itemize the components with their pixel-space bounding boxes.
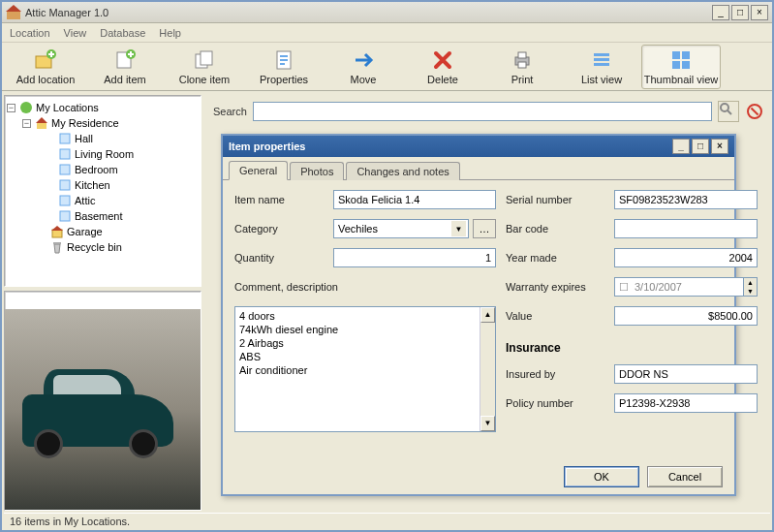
tree-room-hall[interactable]: Hall — [7, 131, 199, 146]
svg-marker-24 — [36, 117, 47, 123]
warranty-checkbox[interactable]: ☐ — [615, 281, 633, 294]
garage-icon — [50, 225, 64, 238]
scroll-up-icon[interactable]: ▲ — [480, 307, 495, 323]
collapse-icon[interactable]: − — [7, 104, 15, 112]
svg-rect-33 — [53, 242, 61, 244]
category-select[interactable]: Vechiles ▼ — [333, 219, 469, 238]
svg-rect-13 — [518, 52, 526, 58]
tree-garage[interactable]: Garage — [7, 224, 199, 239]
serial-field[interactable] — [614, 190, 758, 209]
comment-textarea[interactable]: 4 doors 74kWh diesel engine 2 Airbags AB… — [234, 306, 496, 432]
svg-rect-27 — [60, 165, 70, 174]
dialog-close-button[interactable]: × — [711, 139, 728, 154]
menu-view[interactable]: View — [64, 27, 87, 39]
menu-location[interactable]: Location — [10, 27, 50, 39]
svg-marker-1 — [6, 5, 21, 12]
dialog-tabs: General Photos Changes and notes — [223, 157, 734, 180]
tab-photos[interactable]: Photos — [290, 162, 344, 180]
tab-changes[interactable]: Changes and notes — [346, 162, 459, 180]
search-input[interactable] — [253, 102, 712, 121]
category-label: Category — [234, 223, 324, 235]
warranty-date-field[interactable]: ☐ 3/10/2007 ▲▼ — [614, 277, 758, 297]
svg-rect-18 — [672, 51, 680, 59]
insured-by-field[interactable] — [614, 364, 758, 384]
location-tree[interactable]: − My Locations − My Residence Hall Livin… — [4, 95, 201, 287]
tree-residence[interactable]: − My Residence — [7, 115, 199, 131]
barcode-field[interactable] — [614, 219, 758, 238]
print-button[interactable]: Print — [482, 45, 562, 89]
tree-room-basement[interactable]: Basement — [7, 208, 199, 224]
properties-button[interactable]: Properties — [244, 45, 324, 89]
dialog-maximize-button[interactable]: □ — [692, 139, 709, 154]
delete-icon — [431, 48, 454, 72]
value-label: Value — [506, 310, 604, 322]
comment-scrollbar[interactable]: ▲ ▼ — [480, 307, 495, 431]
value-field[interactable] — [614, 306, 758, 326]
cancel-button[interactable]: Cancel — [647, 466, 723, 487]
svg-rect-11 — [280, 63, 285, 65]
policy-field[interactable] — [614, 393, 758, 413]
collapse-icon[interactable]: − — [22, 119, 31, 128]
magnifier-icon — [719, 102, 732, 115]
list-view-button[interactable]: List view — [562, 45, 641, 89]
svg-rect-30 — [60, 211, 70, 221]
comment-label: Comment, description — [234, 281, 496, 293]
tree-recycle[interactable]: Recycle bin — [7, 239, 199, 255]
tree-room-bedroom[interactable]: Bedroom — [7, 162, 199, 177]
svg-line-37 — [751, 108, 758, 114]
dialog-titlebar[interactable]: Item properties _ □ × — [223, 136, 734, 157]
svg-marker-32 — [51, 226, 63, 231]
move-button[interactable]: Move — [324, 45, 403, 89]
status-bar: 16 items in My Locations. — [4, 513, 770, 530]
close-button[interactable]: × — [751, 5, 768, 20]
svg-rect-19 — [682, 51, 690, 59]
category-more-button[interactable]: … — [473, 219, 496, 238]
room-icon — [58, 132, 72, 145]
dialog-minimize-button[interactable]: _ — [672, 139, 690, 154]
svg-point-34 — [721, 104, 728, 111]
serial-label: Serial number — [506, 194, 604, 205]
svg-rect-28 — [60, 180, 70, 190]
tree-room-attic[interactable]: Attic — [7, 193, 199, 208]
svg-rect-14 — [518, 62, 526, 68]
svg-rect-10 — [280, 59, 288, 61]
app-icon — [6, 5, 21, 20]
scroll-down-icon[interactable]: ▼ — [480, 416, 495, 431]
tree-room-kitchen[interactable]: Kitchen — [7, 177, 199, 193]
tree-room-living[interactable]: Living Room — [7, 146, 199, 162]
svg-rect-17 — [594, 63, 609, 66]
svg-rect-20 — [672, 61, 680, 69]
svg-rect-26 — [60, 149, 70, 159]
add-location-icon — [34, 48, 57, 72]
tab-general[interactable]: General — [229, 161, 288, 180]
maximize-button[interactable]: □ — [731, 5, 749, 20]
search-clear-button[interactable] — [745, 102, 764, 121]
year-field[interactable] — [614, 248, 758, 267]
item-name-field[interactable] — [333, 190, 496, 209]
menu-bar: Location View Database Help — [2, 23, 772, 43]
ok-button[interactable]: OK — [564, 466, 639, 487]
warranty-label: Warranty expires — [506, 281, 604, 293]
room-icon — [58, 163, 72, 176]
properties-icon — [272, 48, 295, 72]
list-view-icon — [590, 48, 613, 72]
clone-item-icon — [193, 48, 216, 72]
menu-database[interactable]: Database — [100, 27, 145, 39]
quantity-field[interactable] — [333, 248, 496, 267]
svg-rect-15 — [594, 53, 609, 56]
svg-rect-16 — [594, 58, 609, 61]
svg-rect-23 — [37, 122, 46, 129]
search-go-button[interactable] — [718, 101, 739, 122]
menu-help[interactable]: Help — [159, 27, 181, 39]
svg-rect-7 — [201, 51, 212, 65]
svg-rect-31 — [52, 230, 62, 237]
add-location-button[interactable]: Add location — [6, 45, 85, 89]
warranty-spin[interactable]: ▲▼ — [743, 278, 757, 296]
cancel-icon — [747, 104, 762, 119]
add-item-button[interactable]: Add item — [85, 45, 165, 89]
delete-button[interactable]: Delete — [403, 45, 482, 89]
tree-root[interactable]: − My Locations — [7, 100, 199, 115]
clone-item-button[interactable]: Clone item — [165, 45, 244, 89]
minimize-button[interactable]: _ — [712, 5, 729, 20]
thumbnail-view-button[interactable]: Thumbnail view — [641, 45, 721, 89]
